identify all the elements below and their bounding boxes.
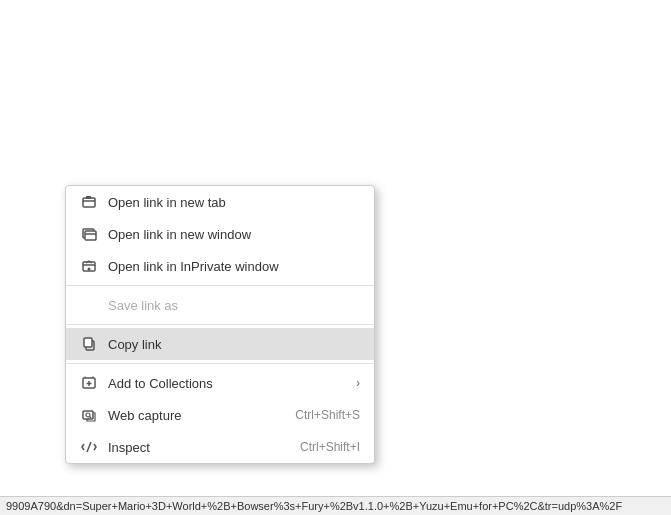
- ctx-save-link: Save link as: [66, 289, 374, 321]
- svg-line-17: [87, 442, 91, 452]
- svg-rect-0: [83, 198, 95, 207]
- status-bar: 9909A790&dn=Super+Mario+3D+World+%2B+Bow…: [0, 496, 671, 515]
- ctx-add-collections-label: Add to Collections: [108, 376, 346, 391]
- ctx-add-collections-arrow: ›: [356, 376, 360, 390]
- status-url: 9909A790&dn=Super+Mario+3D+World+%2B+Bow…: [6, 500, 622, 512]
- ctx-separator-3: [66, 363, 374, 364]
- svg-line-16: [89, 416, 91, 418]
- inprivate-icon: [80, 257, 98, 275]
- ctx-inspect-label: Inspect: [108, 440, 290, 455]
- svg-rect-10: [84, 338, 92, 347]
- save-link-icon: [80, 296, 98, 314]
- ctx-separator-1: [66, 285, 374, 286]
- ctx-open-new-tab-label: Open link in new tab: [108, 195, 360, 210]
- inspect-icon: [80, 438, 98, 456]
- ctx-web-capture-shortcut: Ctrl+Shift+S: [295, 408, 360, 422]
- ctx-inspect-shortcut: Ctrl+Shift+I: [300, 440, 360, 454]
- copy-link-icon: [80, 335, 98, 353]
- svg-rect-2: [86, 196, 91, 199]
- ctx-open-new-window[interactable]: Open link in new window: [66, 218, 374, 250]
- ctx-inspect[interactable]: Inspect Ctrl+Shift+I: [66, 431, 374, 463]
- svg-point-15: [86, 413, 90, 417]
- ctx-save-link-label: Save link as: [108, 298, 360, 313]
- ctx-copy-link-label: Copy link: [108, 337, 360, 352]
- ctx-separator-2: [66, 324, 374, 325]
- ctx-web-capture[interactable]: Web capture Ctrl+Shift+S: [66, 399, 374, 431]
- ctx-web-capture-label: Web capture: [108, 408, 285, 423]
- open-tab-icon: [80, 193, 98, 211]
- ctx-open-new-tab[interactable]: Open link in new tab: [66, 186, 374, 218]
- open-window-icon: [80, 225, 98, 243]
- ctx-open-inprivate[interactable]: Open link in InPrivate window: [66, 250, 374, 282]
- context-menu: Open link in new tab Open link in new wi…: [65, 185, 375, 464]
- svg-rect-4: [85, 231, 96, 240]
- svg-point-8: [88, 268, 91, 271]
- ctx-open-new-window-label: Open link in new window: [108, 227, 360, 242]
- svg-rect-14: [83, 411, 93, 419]
- ctx-copy-link[interactable]: Copy link: [66, 328, 374, 360]
- collections-icon: [80, 374, 98, 392]
- ctx-open-inprivate-label: Open link in InPrivate window: [108, 259, 360, 274]
- ctx-add-collections[interactable]: Add to Collections ›: [66, 367, 374, 399]
- web-capture-icon: [80, 406, 98, 424]
